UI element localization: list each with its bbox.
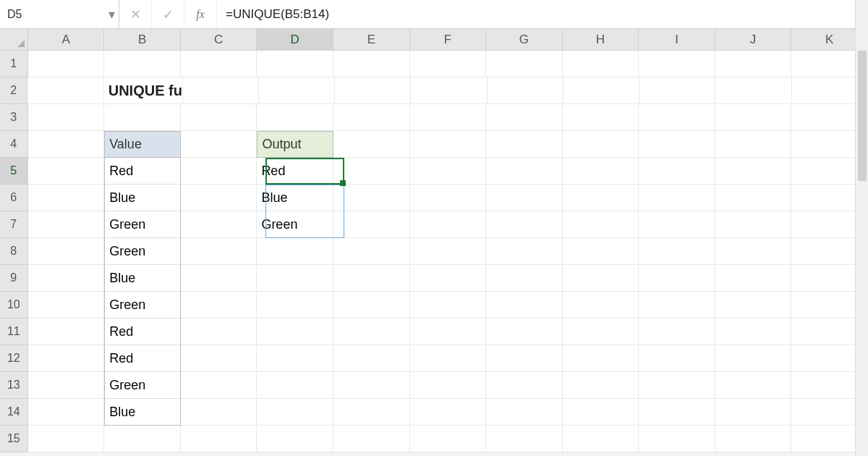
row-header[interactable]: 14 [0,399,28,426]
row-header[interactable]: 7 [0,211,28,238]
row-header[interactable]: 13 [0,372,28,399]
cell[interactable] [410,372,487,399]
cell[interactable] [486,131,563,158]
select-all-corner[interactable] [0,29,28,50]
output-column-header[interactable]: Output [257,131,333,158]
col-header-j[interactable]: J [715,29,792,50]
cell[interactable] [257,318,333,345]
cell[interactable] [257,345,333,372]
cell[interactable] [333,131,410,158]
cell[interactable] [563,185,639,211]
cancel-icon[interactable]: ✕ [119,0,152,28]
cell[interactable] [410,399,487,426]
cell[interactable] [486,372,563,399]
cell[interactable] [28,51,105,77]
col-header-g[interactable]: G [486,29,563,50]
cell[interactable] [410,211,487,238]
cell[interactable] [28,292,105,318]
output-cell[interactable]: Green [257,211,333,238]
value-cell[interactable]: Green [104,238,181,265]
row-header[interactable]: 10 [0,292,28,318]
name-box-dropdown-icon[interactable]: ▾ [104,0,119,28]
col-header-f[interactable]: F [410,29,487,50]
cell[interactable] [715,265,792,292]
cell[interactable] [333,345,410,372]
cell[interactable] [563,51,639,77]
cell[interactable] [563,238,639,265]
row-header[interactable]: 2 [0,77,27,104]
cell[interactable] [28,104,105,131]
cell[interactable] [486,211,563,238]
cell[interactable] [181,426,258,452]
cell[interactable] [715,426,792,452]
cell[interactable] [181,51,258,77]
cell[interactable] [486,292,563,318]
cell[interactable] [639,426,715,452]
cell[interactable] [28,265,105,292]
cell[interactable] [639,399,715,426]
cell[interactable] [335,77,411,104]
cell[interactable] [257,292,333,318]
cell[interactable] [28,426,105,452]
cell[interactable] [563,211,639,238]
cell[interactable] [639,131,715,158]
cell[interactable] [488,77,563,104]
row-header[interactable]: 11 [0,318,28,345]
cell[interactable] [181,131,258,158]
row-header[interactable]: 9 [0,265,28,292]
cell[interactable] [257,265,333,292]
cell[interactable] [639,104,715,131]
cell[interactable] [639,318,715,345]
grid[interactable]: 1 2 UNIQUE function 3 [0,51,868,452]
value-cell[interactable]: Red [104,158,181,185]
cell[interactable] [181,238,258,265]
cell[interactable] [28,185,105,211]
col-header-i[interactable]: I [639,29,715,50]
cell[interactable] [28,399,105,426]
value-column-header[interactable]: Value [104,131,181,158]
cell[interactable] [410,318,487,345]
cell[interactable] [181,185,258,211]
cell[interactable] [257,372,333,399]
cell[interactable] [486,238,563,265]
cell[interactable] [28,158,105,185]
cell[interactable] [333,318,410,345]
cell[interactable] [715,211,792,238]
cell[interactable] [715,238,792,265]
cell[interactable] [181,158,258,185]
cell[interactable] [333,158,410,185]
formula-input[interactable]: =UNIQUE(B5:B14) [217,0,868,28]
fx-icon[interactable]: fx [184,0,217,28]
cell[interactable] [715,372,792,399]
vertical-scrollbar[interactable] [855,0,868,456]
cell[interactable] [410,158,487,185]
cell[interactable] [333,211,410,238]
cell[interactable] [486,265,563,292]
cell[interactable] [410,265,487,292]
cell[interactable] [333,185,410,211]
cell[interactable] [28,318,105,345]
cell[interactable] [563,399,639,426]
cell[interactable] [486,158,563,185]
row-header[interactable]: 6 [0,185,28,211]
cell[interactable] [563,104,639,131]
cell[interactable] [486,345,563,372]
cell[interactable] [639,211,715,238]
cell[interactable] [410,185,487,211]
cell[interactable] [715,292,792,318]
cell[interactable] [333,292,410,318]
enter-icon[interactable]: ✓ [152,0,184,28]
cell[interactable] [563,265,639,292]
cell[interactable] [333,265,410,292]
value-cell[interactable]: Blue [104,399,181,426]
cell[interactable] [486,185,563,211]
value-cell[interactable]: Green [104,372,181,399]
cell[interactable] [28,238,105,265]
cell[interactable] [333,426,410,452]
cell[interactable] [715,131,792,158]
value-cell[interactable]: Blue [104,185,181,211]
cell[interactable] [486,104,563,131]
cell[interactable] [563,158,639,185]
cell[interactable] [639,238,715,265]
row-header[interactable]: 1 [0,51,28,77]
